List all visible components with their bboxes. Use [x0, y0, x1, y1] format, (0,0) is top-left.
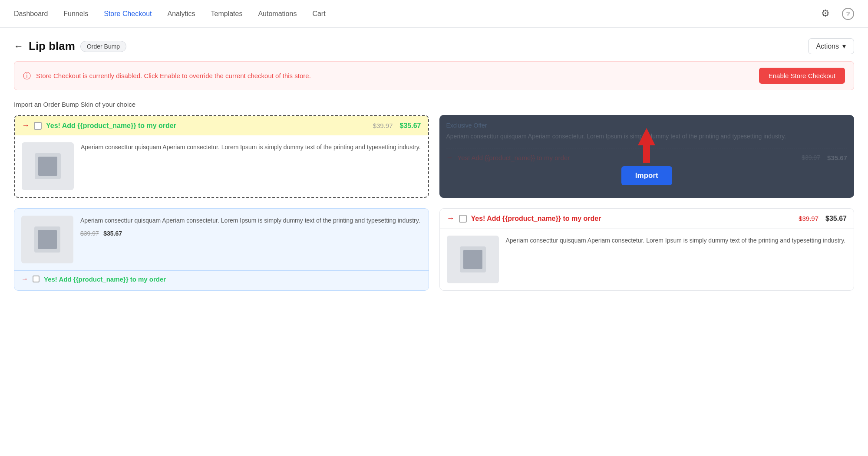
enable-store-checkout-button[interactable]: Enable Store Checkout [759, 68, 845, 84]
card-yellow: → Yes! Add {{product_name}} to my order … [14, 115, 429, 198]
card-white-header: → Yes! Add {{product_name}} to my order … [440, 209, 854, 228]
alert-banner: ⓘ Store Checkout is currently disabled. … [14, 61, 854, 90]
blue-price-old: $39.97 [80, 230, 99, 237]
yes-text-1: Yes! Add {{product_name}} to my order [46, 122, 369, 130]
blue-price-new: $35.67 [103, 230, 122, 237]
nav-analytics[interactable]: Analytics [167, 10, 195, 18]
card-desc-1: Aperiam consecttur quisquam Aperiam cons… [81, 142, 421, 190]
card-yellow-header: → Yes! Add {{product_name}} to my order … [15, 116, 428, 135]
nav-dashboard[interactable]: Dashboard [14, 10, 48, 18]
alert-icon: ⓘ [23, 71, 31, 81]
settings-icon[interactable]: ⚙ [821, 8, 833, 20]
back-button[interactable]: ← [14, 41, 23, 52]
section-title: Import an Order Bump Skin of your choice [0, 101, 868, 115]
page-header: ← Lip blam Order Bump Actions ▾ [0, 28, 868, 61]
import-button[interactable]: Import [621, 166, 672, 185]
svg-rect-1 [38, 157, 57, 176]
page-title: Lip blam [29, 39, 75, 53]
actions-button[interactable]: Actions ▾ [808, 38, 854, 54]
price-new-1: $35.67 [400, 122, 421, 130]
card-yellow-body: Aperiam consecttur quisquam Aperiam cons… [15, 135, 428, 197]
cursor-arrow-icon [634, 128, 660, 164]
svg-rect-6 [463, 250, 482, 269]
card-white-body: Aperiam consecttur quisquam Aperiam cons… [440, 228, 854, 290]
white-yes-text: Yes! Add {{product_name}} to my order [471, 215, 795, 223]
nav-automations[interactable]: Automations [258, 10, 297, 18]
white-price-new: $35.67 [825, 215, 847, 223]
card-desc-4: Aperiam consecttur quisquam Aperiam cons… [506, 236, 846, 283]
chevron-down-icon: ▾ [842, 42, 846, 50]
card-blue-text: Aperiam consecttur quisquam Aperiam cons… [80, 216, 420, 263]
svg-rect-4 [38, 230, 57, 249]
alert-text: Store Checkout is currently disabled. Cl… [36, 72, 754, 79]
product-image-4 [447, 236, 499, 283]
card-blue: Aperiam consecttur quisquam Aperiam cons… [14, 208, 429, 291]
price-old-1: $39.97 [373, 122, 393, 129]
checkbox-1[interactable] [34, 122, 42, 130]
product-image-3 [21, 216, 73, 263]
white-arrow-icon: → [447, 214, 455, 223]
white-checkbox[interactable] [459, 215, 467, 223]
card-dark-overlay: Import [439, 115, 855, 198]
blue-checkbox[interactable] [33, 276, 40, 282]
nav-store-checkout[interactable]: Store Checkout [104, 10, 152, 18]
cards-grid: → Yes! Add {{product_name}} to my order … [0, 115, 868, 305]
card-dark: Import Exclusive Offer Aperiam consecttu… [439, 115, 855, 198]
nav-cart[interactable]: Cart [312, 10, 325, 18]
svg-marker-2 [638, 128, 655, 163]
blue-arrow-icon: → [21, 275, 28, 283]
nav-templates[interactable]: Templates [211, 10, 243, 18]
nav-funnels[interactable]: Funnels [63, 10, 88, 18]
navigation: Dashboard Funnels Store Checkout Analyti… [0, 0, 868, 28]
product-image-1 [22, 142, 74, 190]
help-icon[interactable]: ? [842, 8, 854, 20]
white-price-old: $39.97 [799, 215, 818, 222]
card-desc-3: Aperiam consecttur quisquam Aperiam cons… [80, 217, 420, 224]
blue-yes-text: Yes! Add {{product_name}} to my order [44, 276, 166, 283]
actions-label: Actions [816, 43, 839, 50]
card-blue-body: Aperiam consecttur quisquam Aperiam cons… [14, 209, 429, 270]
order-bump-badge: Order Bump [80, 41, 126, 52]
arrow-right-icon: → [22, 121, 30, 130]
card-white: → Yes! Add {{product_name}} to my order … [439, 208, 855, 291]
